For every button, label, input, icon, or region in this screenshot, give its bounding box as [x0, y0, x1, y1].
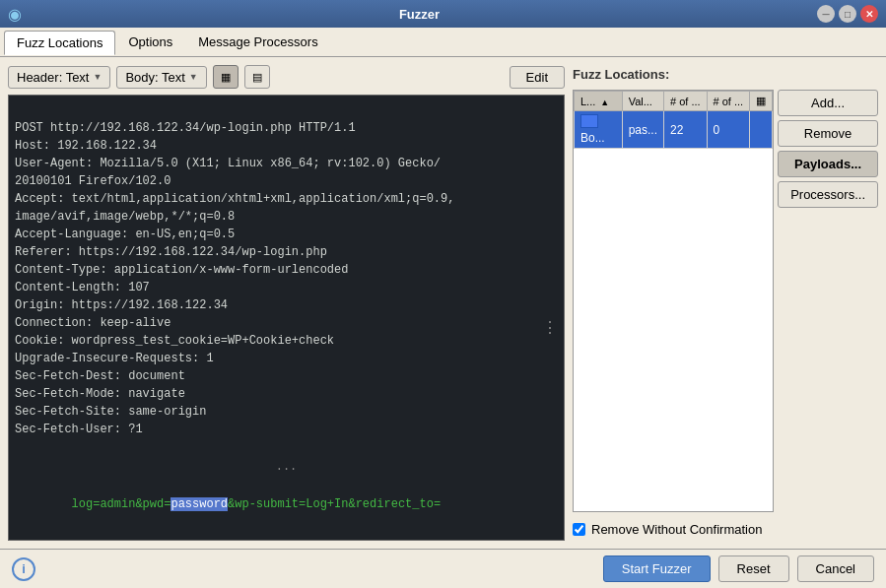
col-of1[interactable]: # of ...	[663, 92, 707, 111]
col-location[interactable]: L... ▲	[575, 92, 623, 111]
bottom-bar: i Start Fuzzer Reset Cancel	[0, 549, 886, 588]
payload-pre: log=admin&pwd=	[72, 497, 171, 511]
view-button-list[interactable]: ▤	[244, 65, 270, 89]
header-dropdown[interactable]: Header: Text ▼	[8, 66, 110, 89]
info-icon: i	[22, 561, 26, 576]
start-fuzzer-button[interactable]: Start Fuzzer	[603, 555, 711, 582]
request-editor[interactable]: POST http://192.168.122.34/wp-login.php …	[8, 95, 565, 541]
minimize-button[interactable]: ─	[817, 5, 835, 23]
cell-color: Bo...	[575, 111, 623, 149]
info-button[interactable]: i	[12, 557, 35, 581]
payload-post: &wp-submit=Log+In&redirect_to=	[228, 497, 441, 511]
window-controls: ─ □ ✕	[817, 5, 878, 23]
remove-button[interactable]: Remove	[778, 120, 878, 147]
col-of2[interactable]: # of ...	[707, 92, 750, 111]
col-extra[interactable]: ▦	[750, 92, 773, 111]
fuzz-locations-label: Fuzz Locations:	[573, 65, 878, 84]
request-text: POST http://192.168.122.34/wp-login.php …	[15, 101, 558, 456]
app-icon: ◉	[8, 5, 22, 24]
reset-button[interactable]: Reset	[718, 555, 789, 582]
payloads-button[interactable]: Payloads...	[778, 151, 878, 177]
payload-highlight: password	[170, 497, 228, 511]
list-icon: ▤	[252, 71, 262, 84]
tab-options[interactable]: Options	[115, 30, 185, 54]
cell-of2: 0	[707, 111, 750, 149]
cell-value: pas...	[622, 111, 663, 149]
payload-url-line: https%3A%2F%2F192.168.122.34%2Fwp-admin%…	[15, 531, 558, 541]
body-dropdown-arrow: ▼	[189, 72, 198, 82]
view-button-grid[interactable]: ▦	[213, 65, 239, 89]
table-row[interactable]: Bo... pas... 22 0	[575, 111, 773, 149]
right-panel: Fuzz Locations: L... ▲ Val... #	[573, 65, 878, 541]
bottom-left: i	[12, 557, 595, 581]
add-button[interactable]: Add...	[778, 90, 878, 116]
window-title: Fuzzer	[22, 7, 817, 22]
fuzz-table: L... ▲ Val... # of ... # of ... ▦	[573, 90, 774, 512]
edit-button[interactable]: Edit	[510, 66, 565, 89]
tab-message-processors[interactable]: Message Processors	[185, 30, 330, 54]
processors-button[interactable]: Processors...	[778, 181, 878, 208]
title-bar: ◉ Fuzzer ─ □ ✕	[0, 0, 886, 28]
close-button[interactable]: ✕	[860, 5, 878, 23]
sort-arrow: ▲	[600, 98, 609, 107]
resize-handle[interactable]: ⋮	[542, 318, 558, 338]
maximize-button[interactable]: □	[839, 5, 856, 23]
remove-confirmation-label: Remove Without Confirmation	[591, 522, 762, 537]
cell-extra	[750, 111, 773, 149]
grid-icon: ▦	[221, 71, 231, 84]
checkbox-area: Remove Without Confirmation	[573, 518, 878, 541]
cancel-button[interactable]: Cancel	[797, 555, 874, 582]
menu-bar: Fuzz Locations Options Message Processor…	[0, 28, 886, 57]
payload-line: log=admin&pwd=password&wp-submit=Log+In&…	[15, 478, 558, 531]
col-value[interactable]: Val...	[622, 92, 663, 111]
header-dropdown-arrow: ▼	[93, 72, 102, 82]
ellipsis: ...	[15, 460, 558, 474]
toolbar: Header: Text ▼ Body: Text ▼ ▦ ▤ Edit	[8, 65, 565, 89]
body-dropdown[interactable]: Body: Text ▼	[116, 66, 206, 89]
color-swatch	[580, 114, 598, 128]
tab-fuzz-locations[interactable]: Fuzz Locations	[4, 31, 115, 55]
main-content: Header: Text ▼ Body: Text ▼ ▦ ▤ Edit POS…	[0, 57, 886, 549]
remove-confirmation-checkbox[interactable]	[573, 523, 585, 536]
right-buttons: Add... Remove Payloads... Processors...	[778, 90, 878, 512]
cell-of1: 22	[663, 111, 707, 149]
left-panel: Header: Text ▼ Body: Text ▼ ▦ ▤ Edit POS…	[8, 65, 565, 541]
